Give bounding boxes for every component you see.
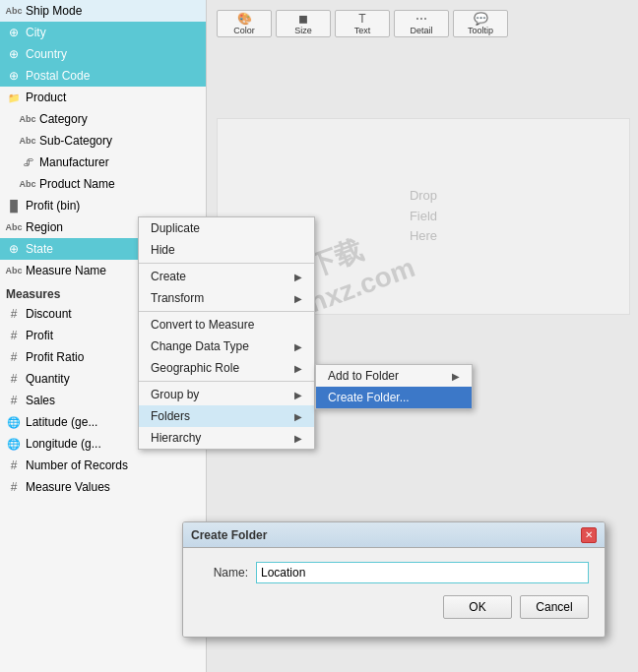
sidebar-item-measure-values[interactable]: # Measure Values bbox=[0, 476, 206, 498]
ctx-transform-arrow: ▶ bbox=[294, 293, 302, 304]
sidebar-label: Postal Code bbox=[26, 69, 90, 83]
sidebar-item-profit-bin[interactable]: ▐▌ Profit (bin) bbox=[0, 195, 206, 216]
tooltip-icon: 💬 bbox=[474, 12, 488, 26]
paperclip-icon: 🖇 bbox=[20, 154, 35, 170]
ctx-group-by[interactable]: Group by ▶ bbox=[139, 384, 314, 405]
sidebar-item-manufacturer[interactable]: 🖇 Manufacturer bbox=[0, 152, 206, 173]
ctx-convert-to-measure[interactable]: Convert to Measure bbox=[139, 314, 314, 336]
ctx-sep3 bbox=[139, 381, 314, 382]
sidebar-item-product[interactable]: 📁 Product bbox=[0, 87, 206, 108]
hash-icon: # bbox=[6, 328, 22, 343]
close-icon: ✕ bbox=[585, 529, 593, 540]
ctx-folders[interactable]: Folders ▶ bbox=[139, 405, 314, 427]
dialog-name-input[interactable] bbox=[256, 562, 589, 583]
ctx-hierarchy[interactable]: Hierarchy ▶ bbox=[139, 427, 314, 449]
abc-icon: Abc bbox=[20, 111, 35, 127]
sidebar-label: Number of Records bbox=[26, 458, 128, 472]
ctx-sep1 bbox=[139, 263, 314, 264]
abc-icon: Abc bbox=[20, 133, 35, 149]
globe-icon: 🌐 bbox=[6, 436, 22, 452]
ctx-change-arrow: ▶ bbox=[294, 341, 302, 352]
sidebar-label: Region bbox=[26, 220, 63, 234]
ctx-geo-label: Geographic Role bbox=[151, 361, 239, 375]
sidebar-item-category[interactable]: Abc Category bbox=[0, 108, 206, 130]
sub-create-folder[interactable]: Create Folder... bbox=[316, 387, 472, 408]
ctx-geographic-role[interactable]: Geographic Role ▶ bbox=[139, 357, 314, 379]
ctx-group-label: Group by bbox=[151, 388, 199, 401]
sidebar-item-ship-mode[interactable]: Abc Ship Mode bbox=[0, 0, 206, 22]
abc-icon: Abc bbox=[20, 176, 35, 192]
sub-add-arrow: ▶ bbox=[452, 371, 460, 382]
ctx-hide[interactable]: Hide bbox=[139, 239, 314, 261]
folder-icon: 📁 bbox=[6, 90, 22, 105]
hash-icon: # bbox=[6, 479, 22, 495]
sidebar-label: Measure Values bbox=[26, 480, 110, 494]
text-label: Text bbox=[354, 26, 371, 35]
text-button[interactable]: T Text bbox=[335, 10, 390, 37]
abc-icon: Abc bbox=[6, 219, 22, 235]
dialog-ok-button[interactable]: OK bbox=[443, 595, 512, 619]
ctx-transform-label: Transform bbox=[151, 291, 204, 305]
sub-add-label: Add to Folder bbox=[328, 369, 399, 383]
sidebar-label: Category bbox=[39, 112, 88, 126]
sidebar-item-postal-code[interactable]: ⊕ Postal Code bbox=[0, 65, 206, 87]
dialog-titlebar: Create Folder ✕ bbox=[183, 522, 605, 548]
ctx-create-arrow: ▶ bbox=[294, 272, 302, 282]
color-button[interactable]: 🎨 Color bbox=[217, 10, 272, 37]
sidebar-label: Latitude (ge... bbox=[26, 415, 97, 429]
ctx-create-label: Create bbox=[151, 270, 186, 283]
detail-label: Detail bbox=[410, 26, 432, 35]
marks-card: 🎨 Color ◼ Size T Text ⋯ Detail 💬 Tooltip bbox=[217, 10, 508, 37]
ctx-hierarchy-label: Hierarchy bbox=[151, 431, 201, 445]
sidebar-item-country[interactable]: ⊕ Country bbox=[0, 43, 206, 65]
ctx-folders-label: Folders bbox=[151, 409, 190, 423]
size-button[interactable]: ◼ Size bbox=[276, 10, 331, 37]
sidebar-item-product-name[interactable]: Abc Product Name bbox=[0, 173, 206, 195]
dialog-buttons: OK Cancel bbox=[199, 595, 589, 623]
dialog-cancel-button[interactable]: Cancel bbox=[520, 595, 589, 619]
ctx-group-arrow: ▶ bbox=[294, 390, 302, 400]
sidebar-label: Longitude (g... bbox=[26, 437, 101, 451]
ctx-hierarchy-arrow: ▶ bbox=[294, 433, 302, 444]
sidebar-label: Profit (bin) bbox=[26, 199, 80, 213]
tooltip-label: Tooltip bbox=[468, 26, 493, 35]
sidebar-label: City bbox=[26, 26, 46, 39]
sidebar-item-num-records[interactable]: # Number of Records bbox=[0, 455, 206, 476]
sidebar-label: State bbox=[26, 242, 53, 256]
sub-add-to-folder[interactable]: Add to Folder ▶ bbox=[316, 365, 472, 387]
hash-icon: # bbox=[6, 393, 22, 408]
ctx-create[interactable]: Create ▶ bbox=[139, 266, 314, 287]
sidebar-item-city[interactable]: ⊕ City bbox=[0, 22, 206, 43]
abc-icon: Abc bbox=[6, 3, 22, 19]
ctx-duplicate-label: Duplicate bbox=[151, 221, 200, 235]
main-panel: Abc Ship Mode ⊕ City ⊕ Country ⊕ Postal … bbox=[0, 0, 638, 672]
ctx-duplicate[interactable]: Duplicate bbox=[139, 217, 314, 239]
ctx-folders-arrow: ▶ bbox=[294, 411, 302, 422]
hash-icon: # bbox=[6, 371, 22, 387]
ctx-sep2 bbox=[139, 311, 314, 312]
detail-button[interactable]: ⋯ Detail bbox=[394, 10, 449, 37]
size-icon: ◼ bbox=[298, 12, 308, 26]
ctx-change-data-type[interactable]: Change Data Type ▶ bbox=[139, 336, 314, 357]
text-icon: T bbox=[358, 12, 365, 26]
sidebar-label: Profit Ratio bbox=[26, 350, 84, 364]
sidebar-label: Quantity bbox=[26, 372, 70, 386]
sub-menu-folders: Add to Folder ▶ Create Folder... bbox=[315, 364, 473, 409]
ctx-transform[interactable]: Transform ▶ bbox=[139, 287, 314, 309]
abc-icon: Abc bbox=[6, 263, 22, 278]
ctx-convert-label: Convert to Measure bbox=[151, 318, 254, 332]
sidebar-item-sub-category[interactable]: Abc Sub-Category bbox=[0, 130, 206, 152]
sidebar-label: Country bbox=[26, 47, 67, 61]
geo-icon: ⊕ bbox=[6, 241, 22, 257]
geo-icon: ⊕ bbox=[6, 46, 22, 62]
hash-icon: # bbox=[6, 349, 22, 365]
bar-icon: ▐▌ bbox=[6, 198, 22, 214]
sidebar-label: Measure Name bbox=[26, 264, 106, 277]
size-label: Size bbox=[294, 26, 312, 35]
globe-icon: 🌐 bbox=[6, 414, 22, 430]
dialog-close-button[interactable]: ✕ bbox=[581, 527, 597, 543]
tooltip-button[interactable]: 💬 Tooltip bbox=[453, 10, 508, 37]
sub-create-label: Create Folder... bbox=[328, 391, 410, 404]
geo-icon: ⊕ bbox=[6, 25, 22, 40]
hash-icon: # bbox=[6, 306, 22, 322]
